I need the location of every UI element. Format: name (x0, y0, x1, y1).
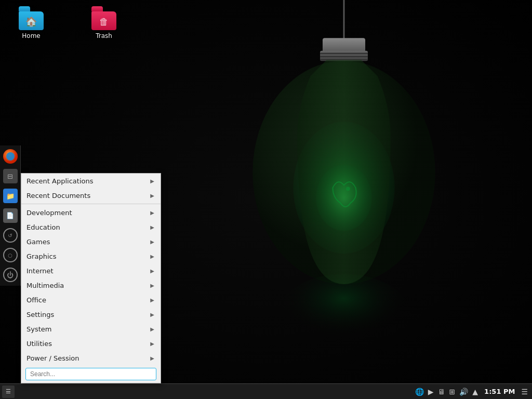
tray-menu-icon[interactable]: ☰ (520, 387, 529, 397)
search-bar (21, 365, 161, 383)
menu-multimedia[interactable]: Multimedia ▶ (21, 278, 161, 292)
taskbar-menu-button[interactable]: ☰ (2, 385, 15, 398)
menu-development[interactable]: Development ▶ (21, 205, 161, 220)
menu-recent-docs-arrow: ▶ (150, 193, 154, 198)
dock-power[interactable]: ⏻ (2, 266, 19, 284)
menu-system[interactable]: System ▶ (21, 322, 161, 336)
taskbar-left: ☰ (0, 385, 15, 398)
dock-files[interactable]: 📁 (2, 187, 19, 205)
home-folder-icon: 🏠 (19, 5, 44, 30)
trash-folder-icon: 🗑 (91, 5, 116, 30)
tray-volume-icon[interactable]: 🔊 (458, 387, 469, 397)
menu-recent-docs[interactable]: Recent Documents ▶ (21, 188, 161, 203)
svg-point-10 (278, 274, 410, 355)
menu-office[interactable]: Office ▶ (21, 292, 161, 307)
taskbar: ☰ 🌐 ▶ 🖥 ⊞ 🔊 ▲ 1:51 PM ☰ (0, 383, 532, 399)
desktop-icons: 🏠 Home 🗑 Trash (10, 5, 125, 39)
trash-label: Trash (96, 32, 112, 39)
menu-utilities[interactable]: Utilities ▶ (21, 336, 161, 351)
menu-internet-arrow: ▶ (150, 268, 154, 274)
menu-separator-1 (21, 204, 161, 204)
tray-upload-icon[interactable]: ▲ (471, 387, 479, 397)
menu-education-arrow: ▶ (150, 224, 154, 230)
tray-monitor-icon[interactable]: 🖥 (437, 387, 446, 397)
home-icon[interactable]: 🏠 Home (10, 5, 52, 39)
svg-rect-3 (320, 53, 368, 55)
menu-education[interactable]: Education ▶ (21, 220, 161, 234)
menu-recent-apps-arrow: ▶ (150, 178, 154, 184)
menu-power-session-arrow: ▶ (150, 355, 154, 361)
menu-office-arrow: ▶ (150, 297, 154, 303)
tray-grid-icon[interactable]: ⊞ (448, 387, 457, 397)
trash-icon[interactable]: 🗑 Trash (83, 5, 125, 39)
dock-history[interactable]: ↺ (2, 227, 19, 244)
taskbar-right: 🌐 ▶ 🖥 ⊞ 🔊 ▲ 1:51 PM ☰ (414, 387, 532, 397)
dock-circle2[interactable]: ○ (2, 246, 19, 264)
dock-firefox[interactable] (2, 148, 19, 165)
menu-recent-apps[interactable]: Recent Applications ▶ (21, 174, 161, 188)
menu-graphics-arrow: ▶ (150, 254, 154, 259)
menu-utilities-arrow: ▶ (150, 341, 154, 347)
menu-settings[interactable]: Settings ▶ (21, 307, 161, 322)
search-input[interactable] (25, 368, 156, 380)
wallpaper (156, 0, 532, 390)
menu-development-arrow: ▶ (150, 210, 154, 216)
app-menu: Recent Applications ▶ Recent Documents ▶… (21, 173, 161, 383)
menu-power-session[interactable]: Power / Session ▶ (21, 351, 161, 365)
tray-globe-icon[interactable]: 🌐 (414, 387, 425, 397)
menu-multimedia-arrow: ▶ (150, 283, 154, 288)
menu-games[interactable]: Games ▶ (21, 234, 161, 249)
home-label: Home (22, 32, 40, 39)
tray-play-icon[interactable]: ▶ (427, 387, 435, 397)
menu-settings-arrow: ▶ (150, 312, 154, 317)
side-dock: ⊟ 📁 📄 ↺ ○ ⏻ (0, 145, 21, 286)
dock-notes[interactable]: 📄 (2, 207, 19, 224)
clock: 1:51 PM (481, 388, 518, 395)
desktop: 🏠 Home 🗑 Trash ⊟ (0, 0, 532, 399)
dock-mixer[interactable]: ⊟ (2, 167, 19, 185)
menu-games-arrow: ▶ (150, 239, 154, 245)
svg-rect-4 (320, 56, 368, 57)
menu-system-arrow: ▶ (150, 326, 154, 332)
menu-graphics[interactable]: Graphics ▶ (21, 249, 161, 263)
menu-internet[interactable]: Internet ▶ (21, 263, 161, 278)
